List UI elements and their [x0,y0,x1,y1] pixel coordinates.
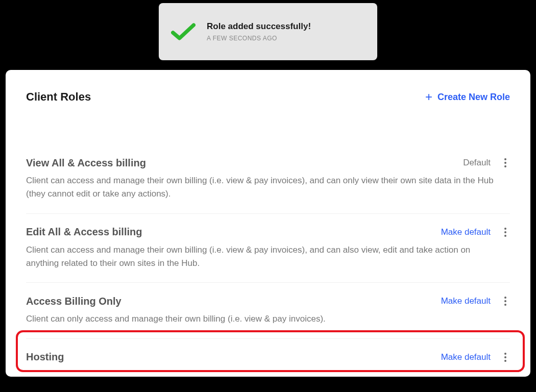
role-actions: Make default [441,351,510,363]
role-item: Hosting Make default [26,338,510,377]
role-name: Edit All & Access billing [26,226,142,238]
success-toast: Role added successfully! A FEW SECONDS A… [159,3,377,60]
make-default-button[interactable]: Make default [441,296,491,306]
create-new-role-label: Create New Role [437,92,510,103]
make-default-button[interactable]: Make default [441,352,491,362]
toast-text: Role added successfully! A FEW SECONDS A… [207,21,311,42]
checkmark-icon [170,18,197,45]
role-description: Client can access and manage their own b… [26,174,496,201]
role-description: Client can access and manage their own b… [26,243,496,271]
role-description: Client can only access and manage their … [26,312,496,326]
role-header: Access Billing Only Make default [26,295,510,307]
role-actions: Default [463,157,510,169]
client-roles-panel: Client Roles + Create New Role View All … [6,70,530,377]
role-name: View All & Access billing [26,157,146,169]
panel-title: Client Roles [26,90,91,104]
plus-icon: + [425,91,432,103]
make-default-button[interactable]: Make default [441,227,491,237]
role-item: Edit All & Access billing Make default C… [26,213,510,283]
role-list: View All & Access billing Default Client… [26,144,510,377]
role-header: Hosting Make default [26,351,510,363]
role-name: Hosting [26,351,64,363]
kebab-icon[interactable] [501,226,510,238]
toast-timestamp: A FEW SECONDS AGO [207,35,311,42]
kebab-icon[interactable] [501,295,510,307]
role-actions: Make default [441,226,510,238]
role-header: Edit All & Access billing Make default [26,226,510,238]
role-item: View All & Access billing Default Client… [26,144,510,213]
default-badge: Default [463,158,491,168]
role-actions: Make default [441,295,510,307]
panel-header: Client Roles + Create New Role [26,90,510,104]
kebab-icon[interactable] [501,351,510,363]
role-header: View All & Access billing Default [26,157,510,169]
create-new-role-button[interactable]: + Create New Role [425,91,510,103]
kebab-icon[interactable] [501,157,510,169]
toast-title: Role added successfully! [207,21,311,32]
role-name: Access Billing Only [26,296,121,307]
role-item: Access Billing Only Make default Client … [26,282,510,338]
